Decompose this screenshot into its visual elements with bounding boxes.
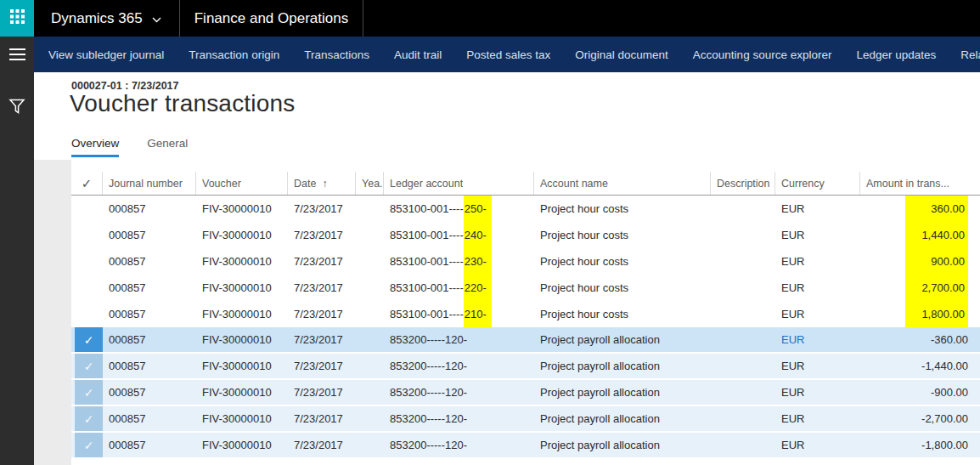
cell-description[interactable]: [711, 222, 775, 248]
cell-ledger-account[interactable]: 853100-001----250-: [384, 196, 534, 222]
cell-ledger-account[interactable]: 853200-----120-: [384, 380, 534, 405]
cell-journal-number[interactable]: 000857: [103, 196, 196, 222]
table-row[interactable]: ✓000857FIV-300000107/23/2017853200-----1…: [71, 433, 980, 459]
cell-voucher[interactable]: FIV-30000010: [196, 406, 288, 431]
cell-date[interactable]: 7/23/2017: [288, 301, 356, 327]
cell-voucher[interactable]: FIV-30000010: [196, 301, 288, 327]
cell-account-name[interactable]: Project payroll allocation: [534, 354, 711, 378]
cell-voucher[interactable]: FIV-30000010: [196, 433, 288, 457]
cell-currency[interactable]: EUR: [775, 248, 860, 275]
table-row[interactable]: 000857FIV-300000107/23/2017853100-001---…: [71, 301, 980, 327]
dynamics365-menu-button[interactable]: Dynamics 365: [34, 0, 180, 37]
cell-select[interactable]: ✓: [71, 406, 103, 431]
cell-select[interactable]: [71, 275, 103, 301]
cell-journal-number[interactable]: 000857: [103, 354, 196, 378]
cell-year[interactable]: [356, 196, 384, 222]
cell-journal-number[interactable]: 000857: [103, 301, 196, 327]
cell-currency[interactable]: EUR: [775, 354, 860, 378]
cell-year[interactable]: [356, 248, 384, 275]
table-row[interactable]: 000857FIV-300000107/23/2017853100-001---…: [71, 275, 980, 301]
cell-ledger-account[interactable]: 853200-----120-: [384, 327, 534, 352]
cell-journal-number[interactable]: 000857: [103, 433, 196, 457]
cell-amount[interactable]: 360.00: [860, 196, 980, 222]
cell-year[interactable]: [356, 327, 384, 352]
table-row[interactable]: ✓000857FIV-300000107/23/2017853200-----1…: [71, 406, 980, 433]
row-checkbox[interactable]: ✓: [75, 406, 103, 431]
column-header-currency[interactable]: Currency: [775, 172, 860, 195]
cell-journal-number[interactable]: 000857: [103, 380, 196, 405]
cell-voucher[interactable]: FIV-30000010: [196, 327, 288, 352]
action-original-document[interactable]: Original document: [575, 48, 668, 61]
cell-journal-number[interactable]: 000857: [103, 406, 196, 431]
cell-date[interactable]: 7/23/2017: [288, 406, 356, 431]
cell-date[interactable]: 7/23/2017: [288, 275, 356, 301]
cell-amount[interactable]: -360.00: [860, 327, 980, 352]
cell-ledger-account[interactable]: 853200-----120-: [384, 354, 534, 378]
cell-currency[interactable]: EUR: [775, 406, 860, 431]
table-row[interactable]: ✓000857FIV-300000107/23/2017853200-----1…: [71, 327, 980, 354]
tab-overview[interactable]: Overview: [71, 137, 119, 157]
column-header-date[interactable]: Date↑: [288, 172, 356, 195]
row-checkbox[interactable]: ✓: [75, 327, 103, 352]
cell-description[interactable]: [711, 406, 775, 431]
cell-year[interactable]: [356, 275, 384, 301]
table-row[interactable]: 000857FIV-300000107/23/2017853100-001---…: [71, 248, 980, 275]
cell-voucher[interactable]: FIV-30000010: [196, 354, 288, 378]
cell-select[interactable]: [71, 301, 103, 327]
cell-amount[interactable]: -900.00: [860, 380, 980, 405]
column-header-year[interactable]: Yea...: [356, 172, 384, 195]
cell-currency[interactable]: EUR: [775, 222, 860, 248]
cell-select[interactable]: ✓: [71, 433, 103, 457]
action-transactions[interactable]: Transactions: [304, 48, 369, 61]
action-view-subledger-journal[interactable]: View subledger journal: [48, 48, 164, 61]
cell-select[interactable]: [71, 248, 103, 275]
cell-select[interactable]: [71, 222, 103, 248]
cell-year[interactable]: [356, 406, 384, 431]
cell-amount[interactable]: 2,700.00: [860, 275, 980, 301]
cell-select[interactable]: ✓: [71, 327, 103, 352]
cell-select[interactable]: ✓: [71, 380, 103, 405]
cell-description[interactable]: [711, 301, 775, 327]
cell-voucher[interactable]: FIV-30000010: [196, 275, 288, 301]
action-ledger-updates[interactable]: Ledger updates: [856, 48, 936, 61]
table-row[interactable]: ✓000857FIV-300000107/23/2017853200-----1…: [71, 380, 980, 406]
cell-account-name[interactable]: Project payroll allocation: [534, 327, 711, 352]
column-header-description[interactable]: Description: [711, 172, 775, 195]
cell-date[interactable]: 7/23/2017: [288, 433, 356, 457]
cell-account-name[interactable]: Project hour costs: [534, 248, 711, 275]
cell-account-name[interactable]: Project payroll allocation: [534, 406, 711, 431]
cell-account-name[interactable]: Project hour costs: [534, 301, 711, 327]
cell-account-name[interactable]: Project hour costs: [534, 275, 711, 301]
cell-description[interactable]: [711, 354, 775, 378]
cell-amount[interactable]: 900.00: [860, 248, 980, 275]
cell-voucher[interactable]: FIV-30000010: [196, 196, 288, 222]
cell-journal-number[interactable]: 000857: [103, 248, 196, 275]
cell-currency[interactable]: EUR: [775, 327, 860, 352]
cell-description[interactable]: [711, 433, 775, 457]
cell-year[interactable]: [356, 354, 384, 378]
cell-account-name[interactable]: Project payroll allocation: [534, 433, 711, 457]
cell-description[interactable]: [711, 248, 775, 275]
cell-ledger-account[interactable]: 853200-----120-: [384, 406, 534, 431]
cell-ledger-account[interactable]: 853100-001----220-: [384, 275, 534, 301]
cell-year[interactable]: [356, 222, 384, 248]
cell-select[interactable]: ✓: [71, 354, 103, 378]
cell-amount[interactable]: -1,800.00: [860, 433, 980, 457]
cell-date[interactable]: 7/23/2017: [288, 196, 356, 222]
app-launcher-button[interactable]: [0, 0, 34, 37]
table-row[interactable]: 000857FIV-300000107/23/2017853100-001---…: [71, 222, 980, 248]
table-row[interactable]: ✓000857FIV-300000107/23/2017853200-----1…: [71, 354, 980, 380]
cell-ledger-account[interactable]: 853100-001----210-: [384, 301, 534, 327]
cell-year[interactable]: [356, 301, 384, 327]
cell-currency[interactable]: EUR: [775, 301, 860, 327]
table-row[interactable]: 000857FIV-300000107/23/2017853100-001---…: [71, 196, 980, 222]
column-header-account[interactable]: Account name: [534, 172, 711, 195]
cell-ledger-account[interactable]: 853100-001----230-: [384, 248, 534, 275]
action-posted-sales-tax[interactable]: Posted sales tax: [466, 48, 550, 61]
cell-voucher[interactable]: FIV-30000010: [196, 248, 288, 275]
cell-description[interactable]: [711, 275, 775, 301]
row-checkbox[interactable]: ✓: [75, 380, 103, 405]
cell-date[interactable]: 7/23/2017: [288, 327, 356, 352]
cell-date[interactable]: 7/23/2017: [288, 248, 356, 275]
column-header-journal[interactable]: Journal number: [103, 172, 196, 195]
